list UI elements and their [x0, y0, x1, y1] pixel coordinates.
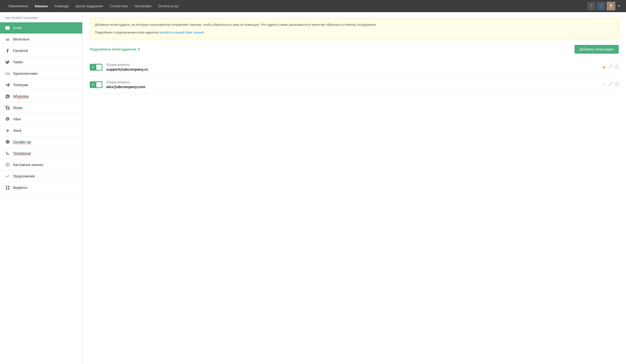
- vk-label: ВКонтакте: [13, 37, 29, 41]
- info-text-2: Подробнее о подключение email-адресов чи…: [95, 30, 614, 35]
- twitter-icon: [5, 59, 10, 65]
- slack-icon: [5, 128, 10, 133]
- widgets-icon: [5, 185, 10, 190]
- sidebar-item-facebook[interactable]: Facebook: [0, 45, 82, 57]
- info-link[interactable]: читайте в нашей базе знаний: [159, 31, 203, 34]
- telegram-icon: [5, 82, 10, 88]
- user-button[interactable]: 👤: [597, 2, 605, 10]
- email-actions-2: ☆: [602, 82, 619, 87]
- toggle-check-2: ✓: [91, 83, 94, 87]
- sidebar-item-vkontakte[interactable]: ВКонтакте: [0, 34, 82, 45]
- info-box: Добавьте email-адреса, на которые пользо…: [90, 18, 619, 39]
- connected-count: Подключено email-адресов: 2: [90, 47, 140, 51]
- svg-point-1: [610, 4, 612, 6]
- svg-rect-5: [7, 129, 8, 132]
- svg-rect-12: [6, 188, 7, 190]
- sidebar-item-telegram[interactable]: Телеграм: [0, 79, 82, 91]
- sidebar-item-telephony[interactable]: Телефония: [0, 148, 82, 159]
- sidebar-item-proposals[interactable]: Предложения: [0, 171, 82, 182]
- email-subject-2: Общие вопросы: [106, 80, 598, 84]
- nav-statistics[interactable]: Статистика: [107, 0, 131, 12]
- skype-icon: [5, 105, 10, 110]
- edit-icon-1[interactable]: [609, 64, 613, 70]
- sidebar-item-skype[interactable]: Skype: [0, 102, 82, 114]
- whatsapp-label: WhatsApp: [13, 94, 29, 98]
- sidebar-item-email[interactable]: Email: [0, 22, 82, 34]
- info-text-1: Добавьте email-адреса, на которые пользо…: [95, 22, 614, 27]
- skype-label: Skype: [13, 106, 23, 110]
- online-chat-icon: [5, 139, 10, 145]
- telephony-label: Телефония: [13, 151, 31, 155]
- svg-point-2: [609, 7, 613, 9]
- sidebar-item-custom[interactable]: Кастомные каналы: [0, 159, 82, 171]
- email-actions-1: ★: [602, 64, 619, 70]
- custom-label: Кастомные каналы: [13, 163, 43, 167]
- toggle-handle-1: [96, 65, 102, 70]
- toggle-1[interactable]: ✓: [90, 64, 102, 71]
- nav-channels[interactable]: Каналы: [32, 0, 51, 12]
- viber-icon: [5, 117, 10, 122]
- delete-icon-1[interactable]: [615, 65, 619, 70]
- telegram-label: Телеграм: [13, 83, 28, 87]
- whatsapp-icon: [5, 94, 10, 99]
- facebook-label: Facebook: [13, 49, 28, 53]
- custom-icon: [5, 162, 10, 167]
- main-layout: НАСТРОЙКА КАНАЛОВ Email ВКонтакте Facebo…: [0, 12, 626, 364]
- facebook-icon: [5, 48, 10, 53]
- star-icon-1[interactable]: ★: [602, 65, 606, 70]
- nav-billing[interactable]: Оплата услуг: [155, 0, 182, 12]
- svg-rect-10: [6, 186, 7, 187]
- svg-rect-13: [8, 188, 9, 190]
- nav-right-actions: ? 👤 ▼: [587, 2, 621, 10]
- sidebar-item-widgets[interactable]: Виджеты: [0, 182, 82, 193]
- nav-omnipanel[interactable]: Омнипанель: [5, 0, 32, 12]
- header-row: Подключено email-адресов: 2 Добавить ema…: [90, 45, 619, 54]
- svg-rect-14: [616, 66, 619, 68]
- toggle-check-1: ✓: [91, 65, 94, 69]
- sidebar-item-whatsapp[interactable]: WhatsApp: [0, 91, 82, 102]
- ok-label: Одноклассники: [13, 72, 37, 76]
- main-content: Добавьте email-адреса, на которые пользо…: [82, 12, 626, 364]
- sidebar-item-twitter[interactable]: Twitter: [0, 57, 82, 68]
- nav-team[interactable]: Команда: [51, 0, 72, 12]
- sidebar-title: НАСТРОЙКА КАНАЛОВ: [0, 12, 82, 22]
- svg-marker-9: [6, 177, 6, 178]
- toggle-handle-2: [96, 82, 102, 87]
- sidebar-item-viber[interactable]: Viber: [0, 114, 82, 125]
- sidebar-item-odnoklassniki[interactable]: ОК Одноклассники: [0, 68, 82, 79]
- nav-support-center[interactable]: Центр поддержки: [72, 0, 107, 12]
- edit-icon-2[interactable]: [609, 82, 613, 87]
- online-chat-label: Онлайн чат: [13, 140, 31, 144]
- email-address-1: support@abcompany.ru: [106, 67, 598, 71]
- email-info-1: Общие вопросы support@abcompany.ru: [106, 63, 598, 71]
- vk-icon: [5, 37, 10, 42]
- top-navigation: Омнипанель Каналы Команда Центр поддержк…: [0, 0, 626, 12]
- help-button[interactable]: ?: [587, 2, 595, 10]
- dropdown-button[interactable]: ▼: [617, 2, 621, 10]
- telephony-icon: [5, 151, 10, 156]
- sidebar-item-online-chat[interactable]: Онлайн чат: [0, 136, 82, 148]
- email-row-1: ✓ Общие вопросы support@abcompany.ru ★: [90, 58, 619, 76]
- email-subject-1: Общие вопросы: [106, 63, 598, 67]
- proposals-label: Предложения: [13, 174, 35, 178]
- email-address-2: alex@abcompany.com: [106, 85, 598, 89]
- widgets-label: Виджеты: [13, 186, 27, 190]
- star-icon-2[interactable]: ☆: [602, 82, 606, 87]
- toggle-2[interactable]: ✓: [90, 81, 102, 88]
- viber-label: Viber: [13, 117, 21, 121]
- svg-rect-11: [8, 186, 9, 187]
- delete-icon-2[interactable]: [615, 82, 619, 87]
- email-row-2: ✓ Общие вопросы alex@abcompany.com ☆: [90, 76, 619, 93]
- sidebar: НАСТРОЙКА КАНАЛОВ Email ВКонтакте Facebo…: [0, 12, 82, 364]
- slack-label: Slack: [13, 129, 21, 132]
- proposals-icon: [5, 173, 10, 179]
- svg-rect-19: [616, 83, 619, 86]
- twitter-label: Twitter: [13, 60, 23, 64]
- ok-icon: ОК: [5, 71, 10, 76]
- email-icon: [5, 25, 10, 31]
- add-email-button[interactable]: Добавить email-адрес: [575, 45, 619, 54]
- nav-settings[interactable]: Настройки: [131, 0, 155, 12]
- email-info-2: Общие вопросы alex@abcompany.com: [106, 80, 598, 89]
- sidebar-item-slack[interactable]: Slack: [0, 125, 82, 136]
- avatar-button[interactable]: [607, 2, 615, 10]
